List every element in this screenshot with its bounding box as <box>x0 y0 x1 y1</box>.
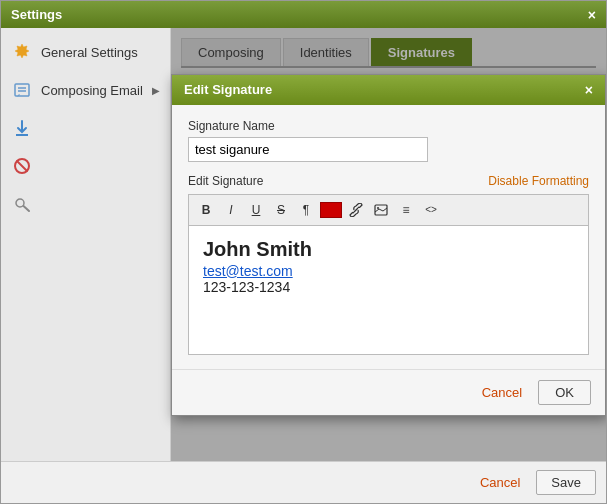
signature-display-phone: 123-123-1234 <box>203 279 574 295</box>
svg-point-14 <box>377 207 379 209</box>
disable-formatting-link[interactable]: Disable Formatting <box>488 174 589 188</box>
toolbar-link-button[interactable] <box>345 199 367 221</box>
signature-name-input[interactable] <box>188 137 428 162</box>
svg-line-13 <box>383 208 387 211</box>
toolbar-italic-button[interactable]: I <box>220 199 242 221</box>
toolbar-code-button[interactable]: <> <box>420 199 442 221</box>
toolbar-image-button[interactable] <box>370 199 392 221</box>
svg-line-12 <box>379 209 383 211</box>
settings-window: Settings × General Settings <box>0 0 607 504</box>
toolbar-flag-button[interactable] <box>320 202 342 218</box>
modal-close-button[interactable]: × <box>585 82 593 98</box>
window-close-button[interactable]: × <box>588 8 596 22</box>
title-bar: Settings × <box>1 1 606 28</box>
sidebar-item-composing-email[interactable]: Composing Email ▶ <box>1 71 170 109</box>
edit-sig-row: Edit Signature Disable Formatting <box>188 174 589 188</box>
toolbar-strikethrough-button[interactable]: S <box>270 199 292 221</box>
save-button[interactable]: Save <box>536 470 596 495</box>
sidebar-item-general-settings[interactable]: General Settings <box>1 33 170 71</box>
window-body: General Settings Composing Email ▶ <box>1 28 606 461</box>
edit-signature-label: Edit Signature <box>188 174 263 188</box>
modal-overlay: Edit Signature × Signature Name Edit Sig… <box>171 28 606 461</box>
gear-icon <box>11 41 33 63</box>
edit-signature-modal: Edit Signature × Signature Name Edit Sig… <box>171 74 606 416</box>
editor-area[interactable]: John Smith test@test.com 123-123-1234 <box>188 225 589 355</box>
sidebar: General Settings Composing Email ▶ <box>1 28 171 461</box>
svg-line-6 <box>17 161 28 172</box>
toolbar-align-button[interactable]: ≡ <box>395 199 417 221</box>
sidebar-item-general-settings-label: General Settings <box>41 45 138 60</box>
signature-display-name: John Smith <box>203 238 574 261</box>
toolbar-underline-button[interactable]: U <box>245 199 267 221</box>
sidebar-item-composing-email-label: Composing Email <box>41 83 143 98</box>
modal-body: Signature Name Edit Signature Disable Fo… <box>172 105 605 369</box>
download-icon <box>11 117 33 139</box>
composing-arrow-icon: ▶ <box>152 85 160 96</box>
svg-line-8 <box>24 206 30 211</box>
sidebar-item-block[interactable] <box>1 147 170 185</box>
main-content: Composing Identities Signatures Add New … <box>171 28 606 461</box>
svg-line-11 <box>375 209 379 212</box>
composing-email-left: Composing Email <box>11 79 143 101</box>
key-icon <box>11 193 33 215</box>
modal-footer: Cancel OK <box>172 369 605 415</box>
editor-toolbar: B I U S ¶ ≡ <box>188 194 589 225</box>
modal-title-bar: Edit Signature × <box>172 75 605 105</box>
bottom-bar: Cancel Save <box>1 461 606 503</box>
modal-ok-button[interactable]: OK <box>538 380 591 405</box>
sidebar-item-key[interactable] <box>1 185 170 223</box>
sidebar-item-download[interactable] <box>1 109 170 147</box>
toolbar-bold-button[interactable]: B <box>195 199 217 221</box>
signature-name-label: Signature Name <box>188 119 589 133</box>
svg-line-9 <box>354 208 358 212</box>
window-title: Settings <box>11 7 62 22</box>
edit-icon <box>11 79 33 101</box>
modal-cancel-button[interactable]: Cancel <box>474 380 530 405</box>
cancel-button[interactable]: Cancel <box>472 470 528 495</box>
toolbar-paragraph-button[interactable]: ¶ <box>295 199 317 221</box>
block-icon <box>11 155 33 177</box>
signature-display-email[interactable]: test@test.com <box>203 263 293 279</box>
svg-rect-1 <box>15 84 29 96</box>
modal-title: Edit Signature <box>184 82 272 97</box>
